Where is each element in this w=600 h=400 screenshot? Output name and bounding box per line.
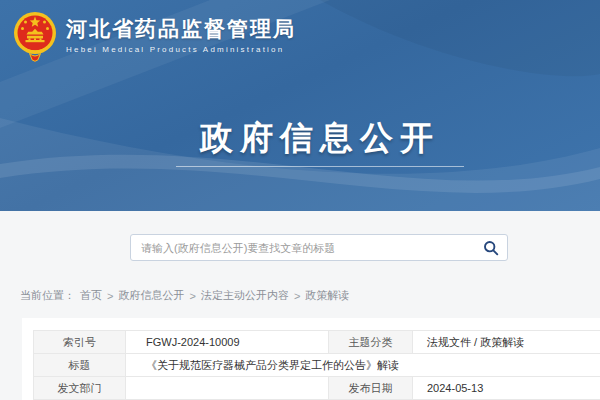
site-name-en: Hebei Medical Products Administration	[66, 45, 296, 54]
site-logo[interactable]: 河北省药品监督管理局 Hebei Medical Products Admini…	[13, 8, 296, 62]
breadcrumb: 当前位置： 首页 > 政府信息公开 > 法定主动公开内容 > 政策解读	[20, 288, 349, 303]
search-button[interactable]	[475, 235, 507, 260]
publish-date-label: 发布日期	[329, 377, 413, 400]
breadcrumb-prefix: 当前位置：	[20, 288, 75, 303]
breadcrumb-item-policy-interpretation[interactable]: 政策解读	[305, 288, 349, 303]
banner-underline	[176, 166, 464, 167]
publish-date-value: 2024-05-13	[413, 377, 600, 400]
category-label: 主题分类	[329, 331, 413, 354]
breadcrumb-item-statutory-content[interactable]: 法定主动公开内容	[201, 288, 289, 303]
breadcrumb-separator: >	[189, 290, 195, 302]
breadcrumb-item-home[interactable]: 首页	[80, 288, 102, 303]
hero-banner: 河北省药品监督管理局 Hebei Medical Products Admini…	[0, 0, 600, 211]
issuing-department-value	[126, 377, 329, 400]
index-number-value: FGWJ-2024-10009	[126, 331, 329, 354]
search-input[interactable]	[131, 242, 475, 254]
issuing-department-label: 发文部门	[34, 377, 126, 400]
page-title: 政府信息公开	[20, 116, 600, 161]
table-row-index: 索引号 FGWJ-2024-10009 主题分类 法规文件 / 政策解读	[34, 331, 600, 354]
search-box[interactable]	[130, 234, 508, 261]
site-name-cn: 河北省药品监督管理局	[66, 16, 296, 42]
national-emblem-icon	[13, 8, 57, 62]
site-title-block: 河北省药品监督管理局 Hebei Medical Products Admini…	[66, 16, 296, 54]
document-info-card: 索引号 FGWJ-2024-10009 主题分类 法规文件 / 政策解读 标题 …	[22, 318, 600, 400]
doc-title-label: 标题	[34, 354, 126, 377]
table-row-title: 标题 《关于规范医疗器械产品分类界定工作的公告》解读	[34, 354, 600, 377]
doc-title-value: 《关于规范医疗器械产品分类界定工作的公告》解读	[126, 354, 600, 377]
table-row-department: 发文部门 发布日期 2024-05-13	[34, 377, 600, 400]
search-icon	[483, 240, 499, 256]
document-meta-table: 索引号 FGWJ-2024-10009 主题分类 法规文件 / 政策解读 标题 …	[33, 330, 600, 400]
breadcrumb-separator: >	[107, 290, 113, 302]
breadcrumb-item-info-disclosure[interactable]: 政府信息公开	[118, 288, 184, 303]
breadcrumb-separator: >	[294, 290, 300, 302]
category-value: 法规文件 / 政策解读	[413, 331, 600, 354]
index-number-label: 索引号	[34, 331, 126, 354]
